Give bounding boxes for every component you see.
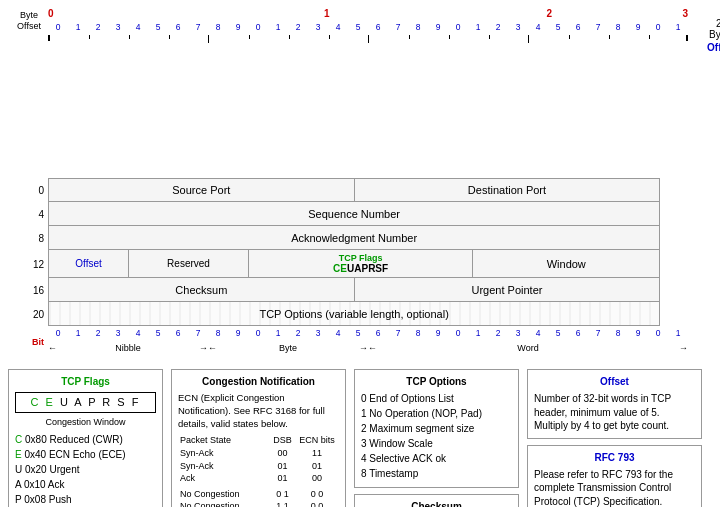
congestion-title: Congestion Notification	[178, 375, 339, 389]
section-3: 3	[596, 8, 689, 22]
offset-panel-text: Number of 32-bit words in TCP header, mi…	[534, 392, 695, 433]
checksum-cell: Checksum	[49, 278, 355, 301]
source-port-cell: Source Port	[49, 179, 355, 201]
bottom-panels: TCP Flags C E U A P R S F Congestion Win…	[0, 363, 720, 507]
offset-panel: Offset Number of 32-bit words in TCP hea…	[527, 369, 702, 439]
offset-panel-title: Offset	[534, 375, 695, 389]
flag-list: C 0x80 Reduced (CWR) E 0x40 ECN Echo (EC…	[15, 433, 156, 507]
opt-8: 8 Timestamp	[361, 467, 512, 481]
cong-col-ecn: ECN bits	[295, 434, 339, 447]
row-0: Source Port Destination Port	[48, 178, 660, 202]
row-8: Acknowledgment Number	[48, 226, 660, 250]
checksum-panel-title: Checksum	[361, 500, 512, 507]
rfc-text: Please refer to RFC 793 for the complete…	[534, 468, 695, 508]
flag-c: C 0x80 Reduced (CWR)	[15, 433, 156, 447]
cong-col-dsb: DSB	[270, 434, 295, 447]
row-4: Sequence Number	[48, 202, 660, 226]
urgent-ptr-cell: Urgent Pointer	[355, 278, 660, 301]
row-12: Offset Reserved TCP Flags C E U A P R S …	[48, 250, 660, 278]
opt-2: 2 Maximum segment size	[361, 422, 512, 436]
byte-offset-label: ByteOffset	[10, 10, 48, 32]
cong-row-nocong2: No Congestion1 10 0	[178, 500, 339, 507]
row-offset-8: 8	[10, 233, 48, 244]
opt-0: 0 End of Options List	[361, 392, 512, 406]
row-offset-20: 20	[10, 309, 48, 320]
options-list: 0 End of Options List 1 No Operation (NO…	[361, 392, 512, 481]
section-2: 2	[503, 8, 596, 22]
tcp-flags-panel: TCP Flags C E U A P R S F Congestion Win…	[8, 369, 163, 507]
cong-col-state: Packet State	[178, 434, 270, 447]
ack-num-cell: Acknowledgment Number	[49, 226, 659, 249]
bit-label: Bit	[10, 337, 48, 347]
cong-row-nocong1: No Congestion0 10 0	[178, 488, 339, 501]
row-offset-12: 12	[10, 259, 48, 270]
opt-3: 3 Window Scale	[361, 437, 512, 451]
flag-a: A 0x10 Ack	[15, 478, 156, 492]
section-0: 0	[48, 8, 141, 22]
tcp-flags-cell: TCP Flags C E U A P R S F	[249, 250, 473, 277]
flag-u: U 0x20 Urgent	[15, 463, 156, 477]
row-offset-0: 0	[10, 185, 48, 196]
twenty-bytes-label: 20 Bytes Offset	[707, 18, 720, 53]
offset-cell: Offset	[49, 250, 129, 277]
seq-num-cell: Sequence Number	[49, 202, 659, 225]
cong-row-synack1: Syn-Ack0011	[178, 447, 339, 460]
tcp-options-panel: TCP Options 0 End of Options List 1 No O…	[354, 369, 519, 488]
opt-1: 1 No Operation (NOP, Pad)	[361, 407, 512, 421]
congestion-text: ECN (Explicit Congestion Notification). …	[178, 392, 339, 430]
tcp-options-cell: TCP Options (variable length, optional)	[49, 302, 659, 325]
bottom-ruler: 0123456789 0123456789 012345 6789 01 ← N…	[48, 328, 688, 355]
flag-e: E 0x40 ECN Echo (ECE)	[15, 448, 156, 462]
checksum-panel: Checksum Checksum of entire TCP segment …	[354, 494, 519, 507]
cong-row-ack: Ack0100	[178, 472, 339, 485]
cong-row-synack2: Syn-Ack0101	[178, 460, 339, 473]
congestion-panel: Congestion Notification ECN (Explicit Co…	[171, 369, 346, 507]
bit-numbers-row: 0123456789 0123456789 0123456789 01	[48, 22, 688, 35]
tcp-flags-title: TCP Flags	[15, 375, 156, 389]
window-cell: Window	[473, 250, 659, 277]
rfc-title: RFC 793	[534, 451, 695, 465]
options-checksum-col: TCP Options 0 End of Options List 1 No O…	[354, 369, 519, 507]
reserved-cell: Reserved	[129, 250, 249, 277]
row-offset-16: 16	[10, 285, 48, 296]
row-20: TCP Options (variable length, optional)	[48, 302, 660, 326]
tcp-options-title: TCP Options	[361, 375, 512, 389]
row-16: Checksum Urgent Pointer	[48, 278, 660, 302]
opt-4: 4 Selective ACK ok	[361, 452, 512, 466]
arrow-labels-row: ← Nibble → ← Byte → ← Word →	[48, 341, 688, 355]
section-1: 1	[281, 8, 374, 22]
rfc-panel: RFC 793 Please refer to RFC 793 for the …	[527, 445, 702, 508]
flags-display: C E U A P R S F	[15, 392, 156, 413]
dest-port-cell: Destination Port	[355, 179, 660, 201]
congestion-table: Packet State DSB ECN bits Syn-Ack0011 Sy…	[178, 434, 339, 507]
tick-ruler	[48, 35, 688, 41]
congestion-window-label: Congestion Window	[15, 416, 156, 429]
offset-rfc-col: Offset Number of 32-bit words in TCP hea…	[527, 369, 702, 507]
flag-p: P 0x08 Push	[15, 493, 156, 507]
row-offset-4: 4	[10, 209, 48, 220]
diagram-area: ByteOffset 0 1 2 3 0123456789 0123456789…	[0, 0, 720, 359]
